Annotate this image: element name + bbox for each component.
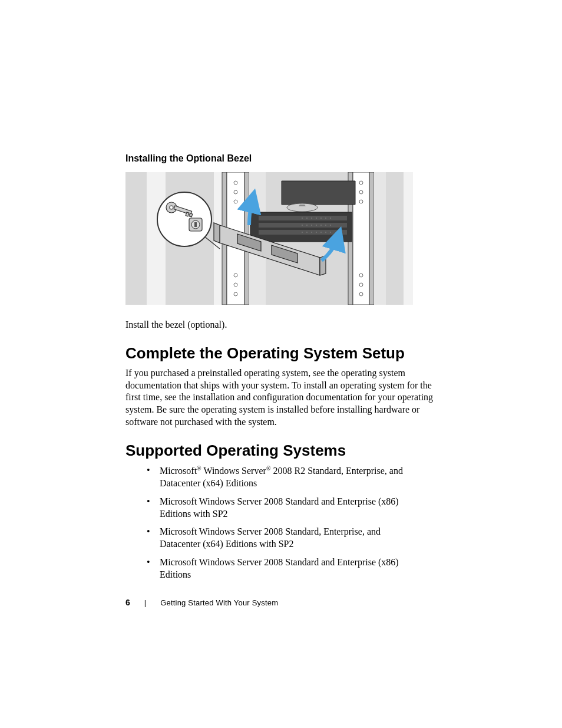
svg-point-34 [311,218,312,219]
list-text: Microsoft [160,466,197,476]
list-text: Microsoft Windows Server 2008 Standard, … [160,526,381,549]
svg-rect-1 [147,172,166,305]
list-text: Microsoft Windows Server 2008 Standard a… [160,496,399,519]
svg-point-59 [170,206,173,209]
svg-point-51 [325,232,326,233]
svg-point-38 [330,218,331,219]
svg-point-21 [359,181,363,185]
heading-complete-os-setup: Complete the Operating System Setup [125,344,437,363]
svg-point-35 [316,218,317,219]
svg-point-22 [359,190,363,194]
figure-caption: Install the bezel (optional). [125,319,437,331]
svg-rect-12 [374,172,386,305]
svg-rect-57 [194,222,197,227]
document-page: Installing the Optional Bezel [0,0,562,728]
svg-rect-13 [386,172,404,305]
svg-point-37 [325,218,326,219]
svg-point-43 [320,225,322,226]
list-item: Microsoft Windows Server 2008 Standard a… [160,556,437,581]
list-item: Microsoft® Windows Server® 2008 R2 Stand… [160,465,437,490]
svg-point-18 [234,274,237,277]
svg-point-15 [234,181,237,185]
list-item: Microsoft Windows Server 2008 Standard, … [160,526,437,551]
svg-point-53 [157,192,211,246]
list-text: Windows Server [201,466,266,476]
svg-point-32 [302,218,303,219]
svg-rect-62 [189,213,192,217]
svg-point-25 [359,283,363,286]
list-text: Microsoft Windows Server 2008 Standard a… [160,557,399,579]
svg-point-23 [359,200,363,203]
svg-point-52 [330,232,331,233]
svg-point-17 [234,200,237,203]
svg-rect-0 [125,172,147,305]
svg-point-48 [311,232,312,233]
svg-point-24 [359,274,363,277]
svg-point-42 [316,225,317,226]
svg-point-46 [302,232,303,233]
footer-separator: | [144,598,146,607]
figure-bezel-install [125,172,413,305]
svg-point-41 [311,225,312,226]
svg-point-19 [234,283,237,286]
paragraph-os-setup: If you purchased a preinstalled operatin… [125,367,437,429]
list-item: Microsoft Windows Server 2008 Standard a… [160,496,437,521]
svg-point-26 [359,292,363,296]
svg-point-16 [234,190,237,194]
svg-point-33 [306,218,308,219]
svg-point-50 [320,232,322,233]
supported-os-list: Microsoft® Windows Server® 2008 R2 Stand… [125,465,437,581]
svg-point-45 [330,225,331,226]
svg-rect-11 [369,172,374,305]
svg-point-20 [234,292,237,296]
svg-point-36 [320,218,322,219]
page-number: 6 [125,598,130,607]
heading-supported-os: Supported Operating Systems [125,442,437,460]
svg-point-40 [306,225,308,226]
section-subheading: Installing the Optional Bezel [125,153,437,164]
footer-title: Getting Started With Your System [160,598,278,607]
svg-rect-14 [404,172,413,305]
svg-point-47 [306,232,308,233]
svg-point-44 [325,225,326,226]
svg-point-39 [302,225,303,226]
page-footer: 6 | Getting Started With Your System [125,598,278,607]
svg-point-49 [316,232,317,233]
bezel-illustration [125,172,413,305]
registered-mark: ® [197,465,201,472]
